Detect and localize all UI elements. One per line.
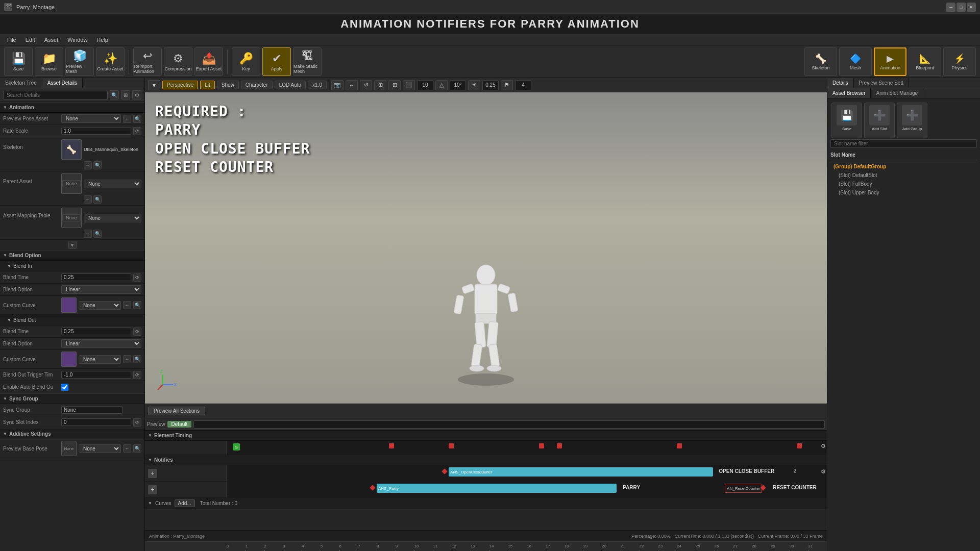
preview-pose-select[interactable]: None	[61, 114, 121, 123]
cube-icon-btn[interactable]: ⬛	[403, 80, 415, 90]
tab-skeleton-tree[interactable]: Skeleton Tree	[0, 78, 42, 88]
blend-out-option-select[interactable]: Linear	[61, 339, 141, 348]
minimize-button[interactable]: ─	[946, 3, 955, 12]
translate-icon-btn[interactable]: ↔	[346, 80, 358, 90]
sync-group-input[interactable]	[61, 406, 122, 414]
search-input[interactable]	[3, 91, 108, 99]
character-btn[interactable]: Character	[241, 81, 273, 89]
tab-blueprint[interactable]: 📐 Blueprint	[909, 47, 941, 76]
save-button[interactable]: 💾 Save	[4, 47, 33, 76]
blend-in-option-select[interactable]: Linear	[61, 285, 141, 294]
track-ocb-add-btn[interactable]: +	[148, 469, 157, 478]
slot-fullbody[interactable]: (Slot) FullBody	[830, 180, 977, 188]
search-icon-btn[interactable]: 🔍	[110, 90, 119, 99]
menu-asset[interactable]: Asset	[40, 36, 63, 44]
parent-asset-select[interactable]: None	[84, 180, 141, 188]
brightness-value[interactable]: 0.25	[482, 80, 499, 90]
blend-in-curve-select[interactable]: None	[79, 301, 121, 310]
blend-in-header[interactable]: ▼ Blend In	[0, 261, 144, 271]
tab-skeleton[interactable]: 🦴 Skeleton	[804, 47, 837, 76]
angle-icon-btn[interactable]: △	[435, 80, 448, 90]
blend-out-time-input[interactable]	[61, 328, 131, 335]
viewport-menu-btn[interactable]: ▼	[148, 80, 160, 90]
preview-pose-search-btn[interactable]: 🔍	[133, 115, 141, 123]
show-btn[interactable]: Show	[217, 81, 239, 89]
close-button[interactable]: ✕	[967, 3, 976, 12]
blend-option-section-header[interactable]: ▼ Blend Option	[0, 250, 144, 261]
settings-icon-btn[interactable]: ⚙	[132, 90, 141, 99]
enable-auto-blend-checkbox[interactable]	[61, 384, 68, 391]
slot-default-slot[interactable]: (Slot) DefaultSlot	[830, 171, 977, 180]
ab-add-group-btn[interactable]: ➕ Add Group	[897, 103, 927, 138]
animation-section-header[interactable]: ▼ Animation	[0, 102, 144, 113]
rotate-icon-btn[interactable]: ↺	[360, 80, 372, 90]
sun-icon-btn[interactable]: ☀	[468, 80, 480, 90]
skeleton-search-btn[interactable]: 🔍	[93, 161, 102, 169]
sync-group-section-header[interactable]: ▼ Sync Group	[0, 393, 144, 404]
scale-icon-btn[interactable]: ⊞	[374, 80, 386, 90]
menu-help[interactable]: Help	[92, 36, 112, 44]
additive-settings-header[interactable]: ▼ Additive Settings	[0, 429, 144, 439]
menu-window[interactable]: Window	[63, 36, 91, 44]
parent-asset-search-btn[interactable]: 🔍	[93, 195, 102, 204]
menu-edit[interactable]: Edit	[21, 36, 39, 44]
ocb-block[interactable]: ANS_OpenCloseBuffer	[449, 467, 713, 477]
ab-add-slot-btn[interactable]: ➕ Add Slot	[864, 103, 895, 138]
parent-asset-back-btn[interactable]: ←	[84, 195, 92, 204]
perspective-btn[interactable]: Perspective	[162, 81, 198, 89]
apply-button[interactable]: ✔ Apply	[262, 47, 291, 76]
blend-in-time-spin[interactable]: ⟳	[133, 273, 141, 282]
reset-counter-marker[interactable]: AN_ResetCounter	[725, 484, 762, 493]
tab-mesh[interactable]: 🔷 Mesh	[839, 47, 872, 76]
preview-base-pose-back-btn[interactable]: ←	[123, 444, 131, 453]
rate-scale-spin[interactable]: ⟳	[133, 127, 141, 135]
rp-tab-preview-scene[interactable]: Preview Scene Sett	[854, 78, 909, 88]
maximize-button[interactable]: □	[957, 3, 966, 12]
asset-mapping-select[interactable]: None	[84, 214, 141, 222]
create-asset-button[interactable]: ✨ Create Asset	[96, 47, 125, 76]
asset-mapping-back-btn[interactable]: ←	[84, 230, 92, 238]
blend-out-curve-back-btn[interactable]: ←	[123, 355, 131, 363]
ab-save-btn[interactable]: 💾 Save	[831, 103, 862, 138]
key-button[interactable]: 🔑 Key	[232, 47, 260, 76]
blend-out-trigger-input[interactable]	[61, 371, 131, 379]
lit-btn[interactable]: Lit	[200, 81, 215, 89]
export-asset-button[interactable]: 📤 Export Asset	[194, 47, 223, 76]
reimport-button[interactable]: ↩ Reimport Animation	[133, 47, 162, 76]
scale-btn[interactable]: x1.0	[308, 81, 327, 89]
slot-default-group[interactable]: (Group) DefaultGroup	[830, 162, 977, 171]
rate-scale-input[interactable]	[61, 127, 131, 135]
ocb-settings-btn[interactable]: ⚙	[821, 468, 826, 475]
rp-tab-details[interactable]: Details	[827, 78, 854, 88]
make-static-button[interactable]: 🏗 Make Static Mesh	[293, 47, 322, 76]
preview-base-pose-select[interactable]: None	[79, 444, 121, 453]
filter-icon-btn[interactable]: ⊞	[121, 90, 130, 99]
flag-icon-btn[interactable]: ⚑	[501, 80, 513, 90]
blend-out-curve-select[interactable]: None	[79, 355, 121, 364]
tab-asset-details[interactable]: Asset Details	[42, 78, 83, 88]
fov-value[interactable]: 10	[417, 80, 433, 90]
track-parry-add-btn[interactable]: +	[148, 485, 157, 494]
rp-tab-asset-browser[interactable]: Asset Browser	[827, 88, 871, 98]
sync-slot-index-spin[interactable]: ⟳	[133, 418, 141, 427]
parry-block[interactable]: ANS_Parry	[377, 484, 617, 493]
blend-in-curve-back-btn[interactable]: ←	[123, 301, 131, 309]
menu-file[interactable]: File	[3, 36, 20, 44]
camera-icon-btn[interactable]: 📷	[331, 80, 344, 90]
blend-out-header[interactable]: ▼ Blend Out	[0, 315, 144, 325]
blend-out-time-spin[interactable]: ⟳	[133, 328, 141, 336]
preview-all-sections-btn[interactable]: Preview All Sections	[148, 407, 205, 415]
element-timing-header[interactable]: ▼ Element Timing	[145, 431, 827, 441]
tab-animation[interactable]: ▶ Animation	[874, 47, 906, 76]
preview-mesh-button[interactable]: 🧊 Preview Mesh	[65, 47, 94, 76]
skeleton-back-btn[interactable]: ←	[84, 161, 92, 169]
compression-button[interactable]: ⚙ Compression	[164, 47, 192, 76]
blend-out-trigger-spin[interactable]: ⟳	[133, 371, 141, 379]
blend-out-curve-search-btn[interactable]: 🔍	[133, 355, 141, 363]
asset-mapping-search-btn[interactable]: 🔍	[93, 230, 102, 238]
blend-in-time-input[interactable]	[61, 273, 131, 281]
browse-button[interactable]: 📁 Browse	[35, 47, 63, 76]
angle-value[interactable]: 10°	[450, 80, 466, 90]
sync-slot-index-input[interactable]	[61, 418, 131, 426]
rp-tab-anim-slot-manage[interactable]: Anim Slot Manage	[871, 88, 923, 98]
